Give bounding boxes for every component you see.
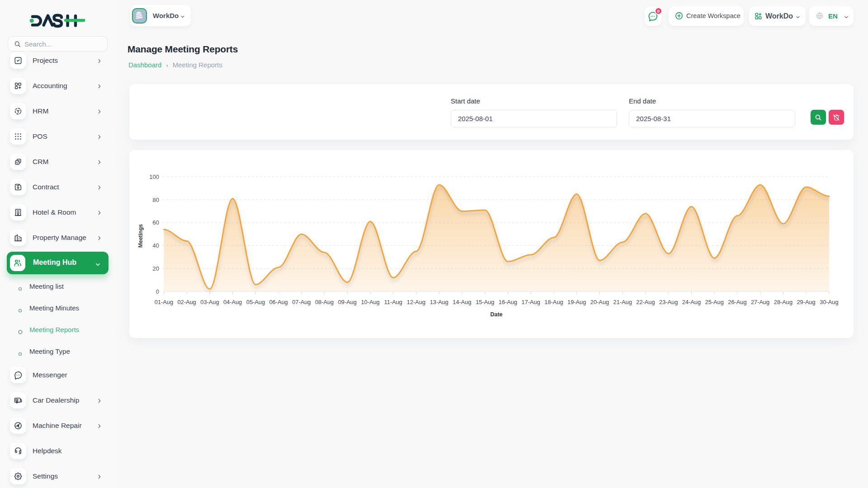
svg-text:100: 100 [149, 174, 159, 180]
svg-text:01-Aug: 01-Aug [155, 299, 173, 305]
svg-text:17-Aug: 17-Aug [522, 299, 540, 305]
svg-text:13-Aug: 13-Aug [430, 299, 448, 305]
svg-text:11-Aug: 11-Aug [384, 299, 402, 305]
svg-text:25-Aug: 25-Aug [705, 299, 724, 305]
svg-text:20: 20 [153, 265, 159, 272]
svg-text:27-Aug: 27-Aug [751, 299, 769, 305]
svg-text:60: 60 [153, 219, 159, 226]
svg-text:20-Aug: 20-Aug [590, 299, 609, 305]
svg-text:05-Aug: 05-Aug [246, 299, 265, 305]
svg-text:04-Aug: 04-Aug [223, 299, 242, 305]
svg-text:24-Aug: 24-Aug [682, 299, 701, 305]
svg-text:02-Aug: 02-Aug [177, 299, 196, 305]
svg-text:23-Aug: 23-Aug [659, 299, 678, 305]
svg-text:08-Aug: 08-Aug [315, 299, 334, 305]
svg-text:Meetings: Meetings [137, 224, 144, 248]
svg-text:Date: Date [490, 311, 502, 318]
svg-text:19-Aug: 19-Aug [567, 299, 586, 305]
svg-text:03-Aug: 03-Aug [200, 299, 219, 305]
svg-text:0: 0 [156, 288, 159, 295]
svg-text:12-Aug: 12-Aug [407, 299, 425, 305]
svg-text:29-Aug: 29-Aug [797, 299, 815, 305]
svg-text:14-Aug: 14-Aug [453, 299, 471, 305]
svg-text:26-Aug: 26-Aug [728, 299, 746, 305]
svg-text:10-Aug: 10-Aug [361, 299, 379, 305]
svg-text:16-Aug: 16-Aug [499, 299, 517, 305]
svg-text:07-Aug: 07-Aug [292, 299, 311, 305]
svg-text:09-Aug: 09-Aug [338, 299, 357, 305]
svg-text:40: 40 [153, 242, 159, 249]
svg-text:30-Aug: 30-Aug [820, 299, 838, 305]
svg-text:06-Aug: 06-Aug [269, 299, 288, 305]
svg-text:18-Aug: 18-Aug [544, 299, 563, 305]
svg-text:28-Aug: 28-Aug [774, 299, 793, 305]
svg-text:15-Aug: 15-Aug [476, 299, 494, 305]
svg-text:80: 80 [153, 197, 159, 203]
svg-text:22-Aug: 22-Aug [636, 299, 655, 305]
svg-text:21-Aug: 21-Aug [613, 299, 632, 305]
